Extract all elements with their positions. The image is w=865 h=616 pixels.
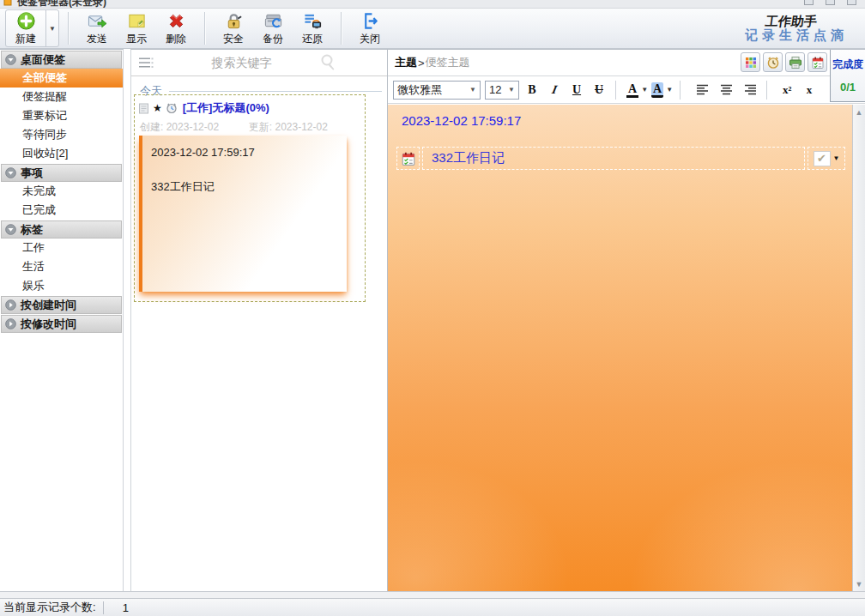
search-icon[interactable] bbox=[319, 53, 338, 72]
breadcrumb-root: 主题 bbox=[395, 55, 417, 70]
sidebar-section-items[interactable]: 事项 bbox=[1, 164, 122, 182]
breadcrumb-separator: > bbox=[418, 57, 425, 69]
new-note-button-group: 新建 ▼ bbox=[5, 9, 59, 47]
collapse-arrow-icon bbox=[5, 54, 16, 65]
new-note-dropdown-arrow[interactable]: ▼ bbox=[45, 10, 58, 46]
underline-button[interactable]: U bbox=[567, 81, 586, 100]
sidebar-item-waiting-sync[interactable]: 等待同步 bbox=[0, 125, 123, 144]
editor-scrollbar[interactable]: ▲ ▼ bbox=[852, 105, 865, 592]
toolbar-separator bbox=[341, 12, 342, 45]
bold-button[interactable]: B bbox=[523, 81, 541, 100]
list-menu-icon[interactable] bbox=[138, 57, 154, 69]
group-divider-line bbox=[169, 91, 382, 92]
subscript-button[interactable]: x bbox=[800, 81, 819, 100]
brand-line2: 记录生活点滴 bbox=[745, 27, 848, 42]
editor-date-line: 2023-12-02 17:59:17 bbox=[402, 113, 852, 128]
todo-item-calendar-button[interactable] bbox=[396, 147, 420, 170]
todo-calendar-icon bbox=[811, 56, 825, 69]
sidebar-item-tag-life[interactable]: 生活 bbox=[0, 257, 123, 276]
send-icon bbox=[88, 11, 107, 31]
note-list-panel: 今天 ★ [工作]无标题(0%) 创建: 2023-12-02 更新: 2023… bbox=[130, 49, 388, 591]
collapse-arrow-icon bbox=[5, 167, 16, 178]
title-bar: 便签管理器(未登录) bbox=[0, 0, 865, 9]
superscript-button[interactable]: x² bbox=[777, 81, 796, 100]
restore-button[interactable]: 还原 bbox=[293, 10, 332, 46]
chevron-down-icon: ▼ bbox=[641, 86, 648, 94]
sidebar-section-by-create-time[interactable]: 按创建时间 bbox=[1, 296, 122, 314]
backup-icon bbox=[263, 11, 283, 31]
align-right-button[interactable] bbox=[741, 81, 759, 100]
strikethrough-button[interactable]: U bbox=[590, 81, 608, 100]
todo-calendar-button[interactable] bbox=[808, 52, 827, 72]
alarm-clock-icon bbox=[766, 56, 780, 69]
record-count-value: 1 bbox=[123, 601, 129, 614]
exit-icon bbox=[360, 11, 380, 31]
show-button[interactable]: 显示 bbox=[117, 10, 156, 46]
printer-icon bbox=[789, 56, 802, 69]
chevron-down-icon: ▼ bbox=[833, 154, 840, 162]
send-button[interactable]: 发送 bbox=[77, 10, 117, 46]
sidebar-item-tag-work[interactable]: 工作 bbox=[0, 239, 123, 257]
note-preview-text: 332工作日记 bbox=[151, 179, 338, 195]
add-icon bbox=[16, 11, 36, 31]
sidebar-item-important-mark[interactable]: 重要标记 bbox=[0, 106, 123, 125]
chevron-down-icon: ▼ bbox=[508, 86, 515, 94]
sidebar-item-note-reminder[interactable]: 便签提醒 bbox=[0, 88, 123, 106]
note-preview[interactable]: 2023-12-02 17:59:17 332工作日记 bbox=[139, 136, 347, 292]
align-left-icon bbox=[696, 84, 709, 95]
check-button[interactable]: ✔ bbox=[814, 151, 831, 166]
toolbar-separator bbox=[204, 12, 205, 45]
new-note-button[interactable]: 新建 bbox=[6, 10, 45, 46]
main-toolbar: 新建 ▼ 发送 显示 删除 bbox=[0, 9, 865, 49]
highlight-color-button[interactable]: A ▼ bbox=[651, 81, 673, 100]
sidebar: 桌面便签 全部便签 便签提醒 重要标记 等待同步 回收站[2] 事项 未完成 已… bbox=[0, 49, 124, 591]
italic-button[interactable]: I bbox=[543, 81, 566, 100]
todo-row: 332工作日记 ✔ ▼ bbox=[396, 147, 845, 170]
close-app-button[interactable]: 关闭 bbox=[350, 10, 390, 46]
search-input[interactable] bbox=[164, 56, 319, 69]
star-icon: ★ bbox=[153, 102, 162, 114]
font-family-select[interactable]: 微软雅黑▼ bbox=[393, 81, 481, 100]
sidebar-item-completed[interactable]: 已完成 bbox=[0, 201, 123, 220]
sidebar-section-desktop-notes[interactable]: 桌面便签 bbox=[1, 51, 122, 69]
align-left-button[interactable] bbox=[693, 81, 711, 100]
print-button[interactable] bbox=[785, 52, 805, 72]
backup-button[interactable]: 备份 bbox=[253, 10, 293, 46]
minimize-button[interactable] bbox=[804, 0, 814, 5]
sidebar-item-recycle-bin[interactable]: 回收站[2] bbox=[0, 144, 123, 163]
app-icon bbox=[3, 0, 12, 6]
search-bar bbox=[131, 50, 387, 76]
note-meta: 创建: 2023-12-02 更新: 2023-12-02 bbox=[140, 120, 365, 135]
note-editor-content[interactable]: 2023-12-02 17:59:17 332工作日记 ✔ ▼ bbox=[388, 105, 852, 592]
font-size-select[interactable]: 12▼ bbox=[485, 81, 519, 100]
sidebar-item-incomplete[interactable]: 未完成 bbox=[0, 182, 123, 201]
bottom-frame bbox=[0, 591, 865, 598]
collapse-arrow-icon bbox=[5, 224, 16, 235]
font-color-button[interactable]: A ▼ bbox=[626, 81, 648, 100]
todo-item-title[interactable]: 332工作日记 bbox=[422, 147, 805, 170]
sidebar-section-tags[interactable]: 标签 bbox=[1, 220, 122, 239]
close-window-button[interactable] bbox=[847, 0, 856, 5]
align-right-icon bbox=[744, 84, 757, 95]
align-center-button[interactable] bbox=[717, 81, 735, 100]
todo-item-check-control[interactable]: ✔ ▼ bbox=[808, 147, 845, 170]
completion-panel: 完成度 0/1 bbox=[830, 50, 865, 102]
toolbar-separator bbox=[680, 81, 681, 100]
palette-button[interactable] bbox=[741, 52, 760, 72]
toolbar-separator bbox=[68, 12, 69, 45]
note-card[interactable]: ★ [工作]无标题(0%) 创建: 2023-12-02 更新: 2023-12… bbox=[134, 94, 366, 302]
show-note-icon bbox=[127, 11, 147, 31]
sidebar-section-by-modify-time[interactable]: 按修改时间 bbox=[1, 315, 122, 333]
maximize-button[interactable] bbox=[826, 0, 835, 5]
security-button[interactable]: 安全 bbox=[214, 10, 253, 46]
chevron-down-icon: ▼ bbox=[666, 86, 673, 94]
sidebar-item-tag-fun[interactable]: 娱乐 bbox=[0, 276, 123, 295]
delete-button[interactable]: 删除 bbox=[156, 10, 196, 46]
scroll-down-arrow[interactable]: ▼ bbox=[853, 578, 865, 590]
scroll-up-arrow[interactable]: ▲ bbox=[853, 106, 865, 118]
sidebar-item-all-notes[interactable]: 全部便签 bbox=[0, 69, 123, 88]
breadcrumb-current: 便签主题 bbox=[426, 55, 470, 70]
reminder-button[interactable] bbox=[763, 52, 783, 72]
completion-value: 0/1 bbox=[831, 81, 865, 94]
format-toolbar: 微软雅黑▼ 12▼ B I U U A ▼ A ▼ bbox=[388, 76, 865, 104]
